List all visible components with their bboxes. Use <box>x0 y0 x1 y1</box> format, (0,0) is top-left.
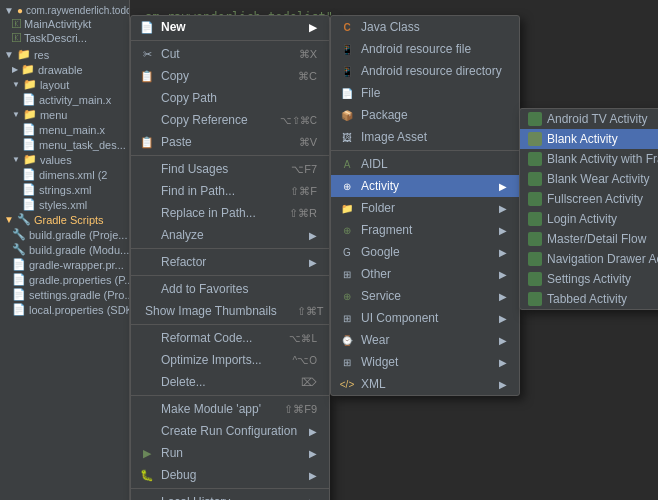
history-icon <box>139 494 155 500</box>
menu-item-replace[interactable]: Replace in Path... ⇧⌘R <box>131 202 329 224</box>
activity-nav-icon: ⊕ <box>339 178 355 194</box>
tree-item[interactable]: ▼ 📁 layout <box>0 77 129 92</box>
submenu-file[interactable]: 📄 File <box>331 82 519 104</box>
menu-item-run-config[interactable]: Create Run Configuration ▶ <box>131 420 329 442</box>
menu-item-refactor[interactable]: Refactor ▶ <box>131 251 329 273</box>
separator <box>131 40 329 41</box>
tree-item[interactable]: 📄 gradle.properties (P... <box>0 272 129 287</box>
menu-item-find-usages[interactable]: Find Usages ⌥F7 <box>131 158 329 180</box>
other-icon: ⊞ <box>339 266 355 282</box>
activity-item-blank-fragment[interactable]: Blank Activity with Fragment <box>520 149 658 169</box>
submenu-other[interactable]: ⊞ Other ▶ <box>331 263 519 285</box>
activity-item-fullscreen[interactable]: Fullscreen Activity <box>520 189 658 209</box>
submenu-java-class[interactable]: C Java Class <box>331 16 519 38</box>
separator <box>131 275 329 276</box>
menu-item-cut[interactable]: ✂ Cut ⌘X <box>131 43 329 65</box>
tree-item[interactable]: 📄 styles.xml <box>0 197 129 212</box>
submenu-image-asset[interactable]: 🖼 Image Asset <box>331 126 519 148</box>
menu-item-analyze[interactable]: Analyze ▶ <box>131 224 329 246</box>
new-icon: 📄 <box>139 19 155 35</box>
optimize-icon <box>139 352 155 368</box>
tree-item[interactable]: 📄 activity_main.x <box>0 92 129 107</box>
copy-ref-icon <box>139 112 155 128</box>
activity-item-nav-drawer[interactable]: Navigation Drawer Activity <box>520 249 658 269</box>
submenu-wear[interactable]: ⌚ Wear ▶ <box>331 329 519 351</box>
tree-item[interactable]: 🄺 TaskDescri... <box>0 31 129 45</box>
service-icon: ⊕ <box>339 288 355 304</box>
tree-item[interactable]: 📄 strings.xml <box>0 182 129 197</box>
master-detail-icon <box>528 232 542 246</box>
menu-item-make-module[interactable]: Make Module 'app' ⇧⌘F9 <box>131 398 329 420</box>
menu-item-image-thumbnails[interactable]: Show Image Thumbnails ⇧⌘T <box>131 300 329 322</box>
tree-item[interactable]: 📄 menu_main.x <box>0 122 129 137</box>
menu-item-copy[interactable]: 📋 Copy ⌘C <box>131 65 329 87</box>
submenu-android-resource-file[interactable]: 📱 Android resource file <box>331 38 519 60</box>
menu-item-reformat[interactable]: Reformat Code... ⌥⌘L <box>131 327 329 349</box>
menu-item-run[interactable]: ▶ Run ▶ <box>131 442 329 464</box>
tree-item[interactable]: 📄 settings.gradle (Pro... <box>0 287 129 302</box>
tree-item[interactable]: 🄺 MainActivitykt <box>0 17 129 31</box>
activity-item-master-detail[interactable]: Master/Detail Flow <box>520 229 658 249</box>
menu-item-copy-reference[interactable]: Copy Reference ⌥⇧⌘C <box>131 109 329 131</box>
tv-activity-icon <box>528 112 542 126</box>
menu-item-find-in-path[interactable]: Find in Path... ⇧⌘F <box>131 180 329 202</box>
tree-item[interactable]: 📄 local.properties (SDK... <box>0 302 129 317</box>
separator <box>131 248 329 249</box>
submenu-package[interactable]: 📦 Package <box>331 104 519 126</box>
submenu-activity[interactable]: ⊕ Activity ▶ <box>331 175 519 197</box>
submenu-fragment[interactable]: ⊕ Fragment ▶ <box>331 219 519 241</box>
activity-item-tabbed[interactable]: Tabbed Activity <box>520 289 658 309</box>
analyze-icon <box>139 227 155 243</box>
file-icon: 📄 <box>339 85 355 101</box>
favorites-icon <box>139 281 155 297</box>
submenu-service[interactable]: ⊕ Service ▶ <box>331 285 519 307</box>
separator <box>131 488 329 489</box>
tree-item[interactable]: ▼ 🔧 Gradle Scripts <box>0 212 129 227</box>
submenu-android-resource-dir[interactable]: 📱 Android resource directory <box>331 60 519 82</box>
menu-item-local-history[interactable]: Local History ▶ <box>131 491 329 500</box>
submenu-widget[interactable]: ⊞ Widget ▶ <box>331 351 519 373</box>
menu-item-debug[interactable]: 🐛 Debug ▶ <box>131 464 329 486</box>
menu-item-paste[interactable]: 📋 Paste ⌘V <box>131 131 329 153</box>
tree-item[interactable]: ▼ 📁 values <box>0 152 129 167</box>
submenu-activity-list: Android TV Activity Blank Activity Blank… <box>519 108 658 310</box>
submenu-google[interactable]: G Google ▶ <box>331 241 519 263</box>
activity-item-android-tv[interactable]: Android TV Activity <box>520 109 658 129</box>
fullscreen-icon <box>528 192 542 206</box>
replace-icon <box>139 205 155 221</box>
fragment-icon: ⊕ <box>339 222 355 238</box>
submenu-folder[interactable]: 📁 Folder ▶ <box>331 197 519 219</box>
tree-item[interactable]: 📄 menu_task_des... <box>0 137 129 152</box>
tree-item[interactable]: ▼ ● com.raywenderlich.todolist <box>0 4 129 17</box>
menu-item-new[interactable]: 📄 New ▶ <box>131 16 329 38</box>
run-config-icon <box>139 423 155 439</box>
menu-item-copy-path[interactable]: Copy Path <box>131 87 329 109</box>
run-icon: ▶ <box>139 445 155 461</box>
activity-item-login[interactable]: Login Activity <box>520 209 658 229</box>
activity-item-blank[interactable]: Blank Activity <box>520 129 658 149</box>
submenu-xml[interactable]: </> XML ▶ <box>331 373 519 395</box>
submenu-ui-component[interactable]: ⊞ UI Component ▶ <box>331 307 519 329</box>
settings-activity-icon <box>528 272 542 286</box>
tree-item[interactable]: 📄 gradle-wrapper.pr... <box>0 257 129 272</box>
separator <box>131 395 329 396</box>
submenu-aidl[interactable]: A AIDL <box>331 153 519 175</box>
tree-item[interactable]: 🔧 build.gradle (Proje... <box>0 227 129 242</box>
tree-item[interactable]: ▶ 📁 drawable <box>0 62 129 77</box>
refactor-icon <box>139 254 155 270</box>
activity-item-blank-wear[interactable]: Blank Wear Activity <box>520 169 658 189</box>
menu-item-optimize[interactable]: Optimize Imports... ^⌥O <box>131 349 329 371</box>
reformat-icon <box>139 330 155 346</box>
android-res-dir-icon: 📱 <box>339 63 355 79</box>
tree-item[interactable]: 📄 dimens.xml (2 <box>0 167 129 182</box>
menu-item-add-favorites[interactable]: Add to Favorites <box>131 278 329 300</box>
tree-item[interactable]: ▼ 📁 res <box>0 47 129 62</box>
login-icon <box>528 212 542 226</box>
make-icon <box>139 401 155 417</box>
menu-item-delete[interactable]: Delete... ⌦ <box>131 371 329 393</box>
tree-item[interactable]: ▼ 📁 menu <box>0 107 129 122</box>
activity-item-settings[interactable]: Settings Activity <box>520 269 658 289</box>
tree-item[interactable]: 🔧 build.gradle (Modu... <box>0 242 129 257</box>
context-menu: 📄 New ▶ ✂ Cut ⌘X 📋 Copy ⌘C Copy Path Cop… <box>130 15 330 500</box>
debug-icon: 🐛 <box>139 467 155 483</box>
